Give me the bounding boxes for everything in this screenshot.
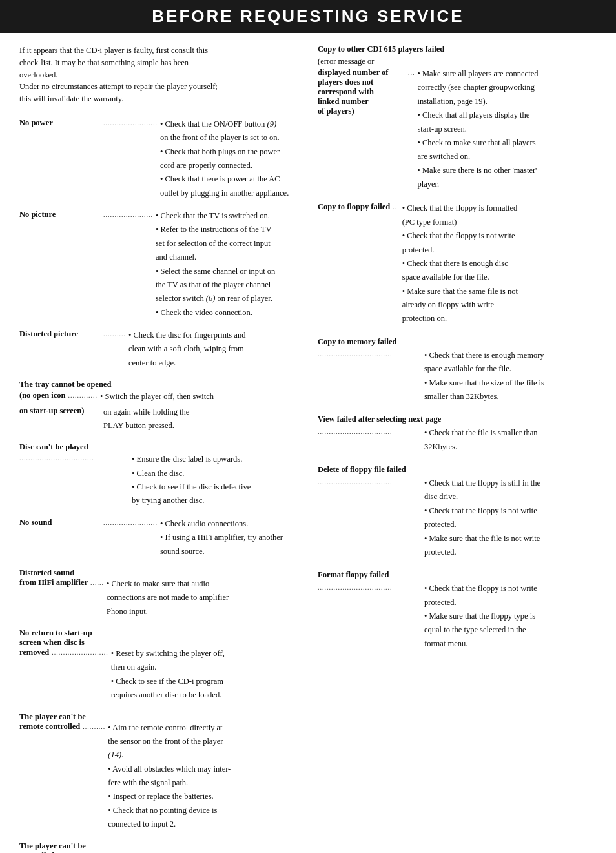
label-cdi615-bold5: of players) [318, 107, 408, 116]
checks-copy-memory: • Check that there is enough memory spac… [424, 349, 544, 405]
checks-no-sound: • Check audio connections. • If using a … [160, 518, 283, 559]
page: BEFORE REQUESTING SERVICE If it appears … [0, 0, 616, 853]
section-copy-cdi615: Copy to other CDI 615 players failed (er… [318, 45, 597, 192]
section-wired-control: The player can't be controlled .........… [19, 841, 298, 854]
label-wired-title1: The player can't be [19, 841, 298, 851]
dots-no-power: ........................ [103, 119, 158, 127]
label-cdi615-bold4: linked number [318, 97, 408, 107]
dots-cdi615: ... [408, 69, 415, 76]
dots-no-sound: ........................ [103, 519, 158, 526]
label-distorted-sound-sub: from HiFi amplifier [19, 578, 88, 588]
page-title: BEFORE REQUESTING SERVICE [13, 6, 603, 26]
section-distorted-sound: Distorted sound from HiFi amplifier ....… [19, 568, 298, 619]
checks-format-floppy: • Check that the floppy is not write pro… [424, 582, 537, 652]
section-no-sound: No sound ........................ • Chec… [19, 518, 298, 559]
dots-format-floppy: ................................. [318, 584, 424, 591]
section-view-failed: View failed after selecting next page ..… [318, 415, 597, 455]
label-no-picture: No picture [19, 210, 103, 220]
section-delete-floppy: Delete of floppy file failed ...........… [318, 465, 597, 560]
section-no-return: No return to start-up screen when disc i… [19, 628, 298, 703]
header-bar: BEFORE REQUESTING SERVICE [0, 0, 616, 33]
label-tray-sub: (no open icon [19, 391, 66, 400]
section-remote: The player can't be remote controlled ..… [19, 712, 298, 832]
dots-disc-cant-play: ................................. [19, 455, 129, 462]
section-disc-cant-play: Disc can't be played ...................… [19, 442, 298, 509]
label-remote-sub: remote controlled [19, 722, 80, 732]
section-format-floppy: Format floppy failed ...................… [318, 570, 597, 652]
right-column: Copy to other CDI 615 players failed (er… [318, 45, 597, 853]
label-no-power: No power [19, 118, 103, 128]
checks-distorted-picture: • Check the disc for fingerprints and cl… [128, 329, 245, 371]
checks-wired: • Check the CD-i controller [114, 851, 203, 854]
checks-copy-floppy: • Check that the floppy is formatted (PC… [402, 202, 518, 326]
checks-distorted-sound: • Check to make sure that audio connecti… [107, 578, 229, 619]
checks-delete-floppy: • Check that the floppy is still in the … [424, 477, 540, 560]
dots-copy-memory: ................................. [318, 351, 424, 358]
dots-distorted-sound: ...... [90, 579, 104, 586]
label-distorted-picture: Distorted picture [19, 329, 103, 339]
label-format-floppy-title: Format floppy failed [318, 570, 597, 580]
dots-tray: ............. [68, 392, 98, 399]
checks-no-return: • Reset by switching the player off, the… [111, 648, 225, 703]
label-remote-title1: The player can't be [19, 712, 298, 722]
label-delete-floppy-title: Delete of floppy file failed [318, 465, 597, 475]
dots-copy-floppy: ... [393, 203, 400, 211]
label-no-return-sub: removed [19, 648, 49, 657]
checks-cdi615: • Make sure all players are connected co… [418, 68, 539, 192]
content-area: If it appears that the CD-i player is fa… [0, 45, 616, 853]
section-copy-floppy: Copy to floppy failed ... • Check that t… [318, 202, 597, 326]
dots-no-return: ......................... [52, 649, 108, 656]
checks-view-failed: • Check that the file is smaller than 32… [424, 427, 538, 455]
label-cdi615-bold3: correspond with [318, 87, 408, 97]
label-copy-memory-title: Copy to memory failed [318, 337, 597, 347]
section-tray: The tray cannot be opened (no open icon … [19, 380, 298, 433]
label-distorted-sound-title: Distorted sound [19, 568, 298, 578]
label-view-failed-title: View failed after selecting next page [318, 415, 597, 424]
left-column: If it appears that the CD-i player is fa… [19, 45, 298, 853]
checks-tray2: on again while holding the PLAY button p… [103, 406, 189, 434]
label-copy-floppy-title: Copy to floppy failed [318, 202, 390, 212]
dots-delete-floppy: ................................. [318, 478, 424, 486]
dots-no-picture: ...................... [103, 211, 153, 218]
section-no-picture: No picture ...................... • Chec… [19, 210, 298, 320]
label-copy-cdi615-sub1: (error message or [318, 57, 597, 67]
dots-distorted-picture: .......... [103, 331, 126, 338]
checks-no-picture: • Check that the TV is switched on. • Re… [156, 210, 275, 320]
label-cdi615-bold2: players does not [318, 77, 408, 87]
label-tray-sub2: on start-up screen) [19, 406, 103, 434]
checks-tray: • Switch the player off, then switch [100, 391, 214, 404]
label-wired-sub: controlled [19, 851, 54, 854]
checks-disc-cant-play: • Ensure the disc label is upwards. • Cl… [132, 453, 251, 509]
section-distorted-picture: Distorted picture .......... • Check the… [19, 329, 298, 371]
section-copy-memory: Copy to memory failed ..................… [318, 337, 597, 405]
checks-remote: • Aim the remote control directly at the… [108, 722, 231, 832]
label-disc-cant-play-title: Disc can't be played [19, 442, 298, 452]
label-no-return-title2: screen when disc is [19, 638, 298, 648]
label-cdi615-bold1: displayed number of [318, 68, 408, 77]
label-tray-title: The tray cannot be opened [19, 380, 298, 389]
label-copy-cdi615-title: Copy to other CDI 615 players failed [318, 45, 597, 54]
dots-view-failed: ................................. [318, 428, 424, 435]
checks-no-power: • Check that the ON/OFF button (9) on th… [160, 118, 289, 201]
label-no-sound: No sound [19, 518, 103, 528]
label-no-return-title1: No return to start-up [19, 628, 298, 638]
section-no-power: No power ........................ • Chec… [19, 118, 298, 201]
intro-text: If it appears that the CD-i player is fa… [19, 45, 298, 105]
dots-remote: .......... [83, 723, 105, 730]
